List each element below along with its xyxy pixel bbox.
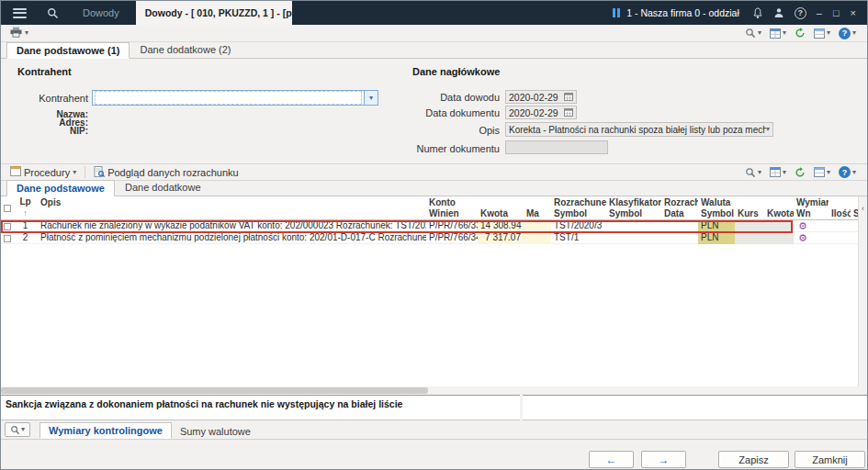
save-button[interactable]: Zapisz bbox=[718, 451, 789, 468]
chevron-down-icon: ▾ bbox=[73, 169, 76, 176]
print-button[interactable]: ▾ bbox=[6, 26, 32, 40]
cell-kwota2 bbox=[764, 220, 794, 232]
nip-label: NIP: bbox=[19, 126, 88, 136]
chevron-down-icon[interactable]: ▾ bbox=[766, 126, 770, 133]
user-account-icon[interactable] bbox=[773, 7, 784, 18]
procedury-button[interactable]: Procedury ▾ bbox=[6, 165, 80, 179]
tab-dane-dodatkowe-2[interactable]: Dane dodatkowe (2) bbox=[130, 41, 241, 58]
filter-search-icon[interactable]: ▾ bbox=[745, 167, 761, 178]
col-header-waluta-symbol[interactable]: WalutaSymbol bbox=[698, 196, 735, 219]
toolbar2-right-icons: ▾ ▾ ▾ ? ▾ bbox=[745, 166, 856, 178]
chevron-down-icon: ▾ bbox=[21, 426, 25, 433]
cell-kwota: 7 317.07 bbox=[478, 232, 524, 244]
cell-opis: Rachunek nie znaleziony w wykazie podatn… bbox=[38, 220, 426, 232]
layout-settings-icon[interactable]: ▾ bbox=[814, 28, 830, 39]
wymiar-gear-icon[interactable]: ⚙ bbox=[796, 220, 829, 232]
grid-header-row: Lp ↑ Opis KontoWinien Kwota Ma Rozrachun… bbox=[1, 196, 860, 220]
col-header-wymiar[interactable]: WymiarWnMa bbox=[794, 196, 829, 219]
cell-waluta-symbol: PLN bbox=[698, 232, 735, 244]
group-dane-naglowkowe-label: Dane nagłówkowe bbox=[412, 66, 500, 77]
cell-ilosc bbox=[829, 220, 851, 232]
col-header-klasyfikator-symbol[interactable]: KlasyfikatorSymbol bbox=[606, 196, 661, 219]
question-icon: ? bbox=[839, 28, 851, 39]
calendar-icon[interactable] bbox=[564, 92, 573, 103]
question-icon: ? bbox=[839, 166, 851, 178]
filter-search-icon[interactable]: ▾ bbox=[745, 28, 761, 39]
next-record-button[interactable]: → bbox=[641, 451, 686, 468]
cell-ma bbox=[524, 232, 551, 244]
tab-dane-podstawowe-1[interactable]: Dane podstawowe (1) bbox=[6, 42, 130, 59]
col-header-ma[interactable]: Ma bbox=[524, 196, 551, 219]
help-menu-icon[interactable]: ? ▾ bbox=[839, 166, 856, 178]
col-header-kurs[interactable]: Kurs bbox=[735, 196, 764, 219]
col-header-opis[interactable]: Opis bbox=[38, 196, 426, 219]
bottom-search-button[interactable]: ▾ bbox=[5, 422, 30, 437]
organizer-view-icon[interactable]: ▾ bbox=[770, 167, 786, 177]
sort-asc-icon: ↑ bbox=[13, 207, 38, 218]
background-tab-dowody[interactable]: Dowody bbox=[83, 7, 119, 18]
data-dowodu-field[interactable]: 2020-02-29 bbox=[505, 90, 577, 104]
col-header-rozrachunek-data[interactable]: RozrachunekData bbox=[661, 196, 698, 219]
data-dokumentu-value: 2020-02-29 bbox=[509, 107, 558, 118]
cell-ma bbox=[524, 220, 551, 232]
notifications-bell-icon[interactable] bbox=[752, 7, 763, 19]
data-dokumentu-field[interactable]: 2020-02-29 bbox=[505, 106, 577, 119]
cell-waluta-symbol: PLN bbox=[698, 220, 735, 232]
titlebar: Dowody Dowody - [ 010, PKUZZD, 1 ] - [po… bbox=[1, 1, 867, 25]
tab-sumy-walutowe[interactable]: Sumy walutowe bbox=[172, 424, 259, 439]
col-header-ilosc[interactable]: Ilość bbox=[829, 196, 851, 219]
document-header-form: Kontrahent Kontrahent ▾ Nazwa: Adres: NI… bbox=[1, 59, 867, 163]
chevron-down-icon: ▾ bbox=[827, 169, 830, 176]
numer-dokumentu-field bbox=[505, 140, 608, 154]
hamburger-menu-icon[interactable] bbox=[13, 8, 27, 18]
row-select-checkbox[interactable] bbox=[1, 220, 13, 232]
kontrahent-label: Kontrahent bbox=[19, 93, 88, 104]
refresh-icon[interactable] bbox=[795, 167, 806, 178]
row-select-checkbox[interactable] bbox=[1, 232, 13, 244]
kontrahent-combo[interactable]: ▾ bbox=[92, 90, 378, 106]
table-row-2[interactable]: 2 Płatność z pominięciem mechanizmu podz… bbox=[1, 232, 860, 244]
grid-tab-dane-dodatkowe[interactable]: Dane dodatkowe bbox=[115, 179, 211, 196]
pinned-windows-icon[interactable] bbox=[613, 8, 620, 17]
podglad-rozrachunku-button[interactable]: Podgląd danych rozrachunku bbox=[90, 165, 242, 180]
maximize-window-icon[interactable]: □ bbox=[833, 1, 840, 25]
wymiar-gear-icon[interactable]: ⚙ bbox=[796, 232, 829, 244]
cell-wymiar: ⚙ bbox=[794, 220, 829, 232]
calendar-icon[interactable] bbox=[564, 107, 573, 118]
cell-rozrachunek-symbol: TST/1 bbox=[551, 232, 606, 244]
organizer-view-icon[interactable]: ▾ bbox=[770, 28, 786, 39]
select-all-checkbox[interactable] bbox=[4, 205, 11, 212]
cell-klasyfikator-symbol bbox=[606, 232, 661, 244]
help-menu-icon[interactable]: ? ▾ bbox=[839, 28, 856, 39]
vertical-scrollbar[interactable]: ‹ bbox=[858, 196, 867, 386]
numer-dokumentu-label: Numer dokumentu bbox=[350, 143, 500, 154]
close-window-icon[interactable]: × bbox=[851, 1, 856, 25]
search-icon[interactable] bbox=[47, 7, 59, 19]
table-row-1[interactable]: 1 Rachunek nie znaleziony w wykazie poda… bbox=[1, 220, 860, 232]
col-header-lp[interactable]: Lp ↑ bbox=[13, 196, 38, 219]
horizontal-scrollbar[interactable] bbox=[1, 386, 868, 395]
main-toolbar: ▾ ▾ ▾ ▾ ? ▾ bbox=[1, 25, 867, 42]
previous-record-button[interactable]: ← bbox=[589, 451, 634, 468]
collapse-panel-icon[interactable]: ‹ bbox=[862, 204, 864, 213]
col-header-kwota[interactable]: Kwota bbox=[478, 196, 524, 219]
minimize-window-icon[interactable]: – bbox=[817, 1, 822, 25]
layout-settings-icon[interactable]: ▾ bbox=[814, 167, 830, 177]
company-selector[interactable]: 1 - Nasza firma 0 - oddział bbox=[626, 7, 739, 18]
cell-lp: 1 bbox=[13, 220, 38, 232]
chevron-down-icon: ▾ bbox=[758, 29, 761, 37]
refresh-icon[interactable] bbox=[795, 28, 806, 39]
opis-dropdown[interactable]: Korekta - Płatności na rachunki spoza bi… bbox=[505, 122, 773, 137]
grid-tab-dane-podstawowe[interactable]: Dane podstawowe bbox=[6, 180, 115, 196]
cell-kwota: 14 308.94 bbox=[478, 220, 524, 232]
col-header-rozrachunek-symbol[interactable]: RozrachunekSymbol bbox=[551, 196, 606, 219]
horizontal-scrollbar-thumb[interactable] bbox=[1, 387, 428, 394]
tab-wymiary-kontrolingowe[interactable]: Wymiary kontrolingowe bbox=[39, 422, 172, 439]
data-dowodu-value: 2020-02-29 bbox=[509, 92, 558, 103]
active-tab-dowody-document[interactable]: Dowody - [ 010, PKUZZD, 1 ] - [pod bbox=[136, 1, 292, 25]
col-header-konto-winien[interactable]: KontoWinien bbox=[426, 196, 478, 219]
footer-buttonbar: ← → Zapisz Zamknij bbox=[1, 439, 867, 470]
close-button[interactable]: Zamknij bbox=[795, 451, 865, 468]
col-header-kwota2[interactable]: Kwota bbox=[764, 196, 794, 219]
help-icon[interactable]: ? bbox=[795, 7, 806, 19]
